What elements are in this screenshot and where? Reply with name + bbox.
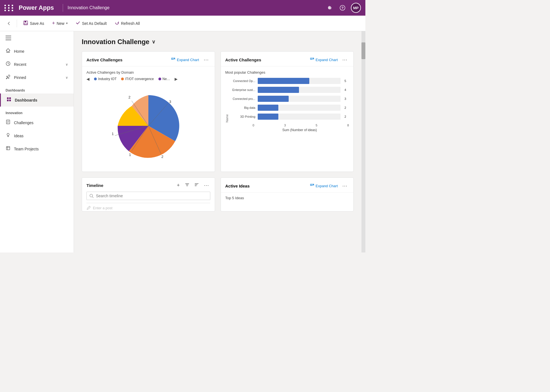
- bar-fill-0: [258, 78, 310, 84]
- sidebar-item-home[interactable]: Home: [0, 45, 74, 58]
- timeline-post-area[interactable]: Enter a post: [86, 203, 210, 210]
- legend-item-1: IT/OT convergence: [121, 77, 154, 81]
- timeline-filter-button[interactable]: [184, 182, 191, 189]
- scrollbar-track[interactable]: [361, 31, 365, 252]
- app-grid-icon[interactable]: [4, 5, 14, 11]
- sidebar-ideas-label: Ideas: [14, 134, 23, 138]
- bar-value-1: 4: [344, 88, 349, 92]
- bar-label-2: Connected pro...: [230, 97, 255, 100]
- refresh-all-button[interactable]: Refresh All: [112, 19, 143, 28]
- x-tick-3: 8: [347, 124, 349, 127]
- timeline-actions: + ⋯: [175, 182, 210, 189]
- main-content: Innovation Challenge ∨ Active Challenges…: [74, 31, 361, 252]
- sidebar-challenges-label: Challenges: [14, 121, 33, 125]
- recent-chevron[interactable]: ∨: [66, 62, 68, 66]
- set-as-default-button[interactable]: Set As Default: [73, 19, 110, 28]
- sidebar-item-recent[interactable]: Recent ∨: [0, 58, 74, 71]
- pie-expand-button[interactable]: Expand Chart: [171, 57, 199, 62]
- sidebar-item-challenges[interactable]: Challenges: [0, 116, 74, 129]
- ideas-card-more[interactable]: ⋯: [341, 182, 349, 189]
- sidebar-section-innovation: Innovation: [0, 107, 74, 116]
- pie-card-header: Active Challenges Expand Chart ⋯: [82, 52, 215, 66]
- bar-value-2: 3: [344, 97, 349, 100]
- nav-icons: ? MP: [324, 3, 361, 13]
- svg-rect-16: [172, 58, 173, 59]
- refresh-icon: [115, 20, 119, 26]
- timeline-sort-button[interactable]: [193, 182, 200, 189]
- sidebar-item-ideas[interactable]: Ideas: [0, 129, 74, 142]
- bar-track-3: [258, 105, 341, 111]
- bar-y-label: Name: [225, 78, 229, 122]
- ideas-subtitle: Top 5 Ideas: [221, 193, 354, 202]
- x-tick-2: 5: [316, 124, 317, 127]
- new-button[interactable]: + New ▾: [49, 19, 71, 28]
- pie-subtitle: Active Challenges by Domain: [86, 70, 210, 74]
- bar-row-0: Connected Op... 5: [230, 78, 349, 84]
- svg-text:2: 2: [161, 155, 163, 159]
- page-title: Innovation Challenge ∨: [82, 38, 354, 46]
- bar-row-3: Big data 2: [230, 105, 349, 111]
- legend-label-1: IT/OT convergence: [125, 77, 154, 81]
- edit-icon: [86, 206, 91, 210]
- bar-card-title: Active Challenges: [225, 57, 310, 62]
- sidebar-item-team-projects[interactable]: Team Projects: [0, 142, 74, 155]
- bar-row-2: Connected pro... 3: [230, 96, 349, 102]
- bar-fill-4: [258, 114, 278, 120]
- legend-dot-1: [121, 78, 124, 80]
- bar-chart-inner: Connected Op... 5 Enterprise sust...: [230, 78, 349, 122]
- new-chevron[interactable]: ▾: [66, 21, 68, 25]
- sidebar-menu-button[interactable]: [0, 31, 74, 45]
- help-icon[interactable]: ?: [337, 3, 348, 13]
- pinned-chevron[interactable]: ∨: [66, 76, 68, 80]
- bar-track-4: [258, 114, 341, 120]
- sidebar-item-pinned[interactable]: Pinned ∨: [0, 71, 74, 84]
- x-tick-1: 3: [284, 124, 286, 127]
- pie-card-more[interactable]: ⋯: [202, 56, 210, 63]
- brand-name[interactable]: Power Apps: [19, 4, 54, 11]
- ideas-icon: [6, 133, 11, 139]
- user-avatar[interactable]: MP: [351, 3, 361, 13]
- timeline-search-input[interactable]: [96, 194, 207, 198]
- svg-rect-7: [6, 40, 11, 40]
- bar-x-axis: 0 3 5 8: [225, 122, 349, 127]
- bar-x-title: Sum (Number of ideas): [225, 128, 349, 132]
- toolbar: Save As + New ▾ Set As Default Refresh A…: [0, 16, 365, 31]
- save-as-label: Save As: [30, 21, 44, 26]
- top-nav: Power Apps Innovation Challenge ? MP: [0, 0, 365, 16]
- bar-row-1: Enterprise sust... 4: [230, 87, 349, 93]
- timeline-header: Timeline + ⋯: [82, 178, 215, 192]
- legend-next[interactable]: ▶: [175, 77, 178, 81]
- legend-dot-0: [94, 78, 97, 80]
- bar-track-0: [258, 78, 341, 84]
- page-title-chevron[interactable]: ∨: [152, 39, 155, 45]
- bar-label-1: Enterprise sust...: [230, 88, 255, 92]
- ideas-expand-button[interactable]: Expand Chart: [310, 184, 338, 188]
- bar-expand-button[interactable]: Expand Chart: [310, 57, 338, 62]
- dashboards-icon: [6, 97, 11, 103]
- dashboard-grid: Active Challenges Expand Chart ⋯ Active …: [82, 51, 354, 211]
- sidebar-item-dashboards[interactable]: Dashboards: [0, 93, 74, 107]
- home-icon: [6, 48, 11, 54]
- recent-icon: [6, 61, 11, 68]
- timeline-add-button[interactable]: +: [175, 182, 181, 189]
- gear-icon[interactable]: [324, 3, 334, 13]
- scrollbar-thumb[interactable]: [361, 42, 365, 59]
- svg-rect-4: [24, 23, 27, 24]
- x-tick-0: 0: [253, 124, 254, 127]
- toolbar-separator-1: [17, 20, 17, 27]
- save-as-button[interactable]: Save As: [20, 19, 47, 28]
- bar-card-more[interactable]: ⋯: [341, 56, 349, 63]
- svg-text:1: 1: [112, 132, 114, 136]
- bar-card-body: Most popular Challenges Name Connected O…: [221, 66, 354, 136]
- timeline-search-icon: [90, 194, 94, 198]
- page-title-text: Innovation Challenge: [82, 38, 149, 46]
- legend-prev[interactable]: ◀: [86, 77, 90, 81]
- timeline-more-button[interactable]: ⋯: [202, 182, 210, 189]
- legend-dot-2: [158, 78, 161, 80]
- bar-fill-1: [258, 87, 299, 93]
- pin-icon: [6, 74, 11, 81]
- legend-item-0: Industry IOT: [94, 77, 117, 81]
- back-button[interactable]: [4, 19, 13, 28]
- bar-track-2: [258, 96, 341, 102]
- active-challenges-bar-card: Active Challenges Expand Chart ⋯ Most po…: [221, 51, 354, 172]
